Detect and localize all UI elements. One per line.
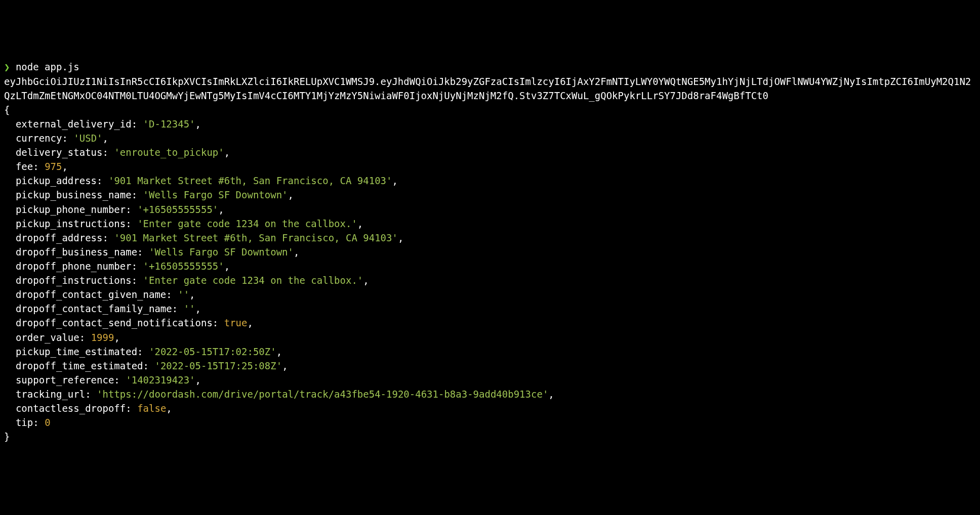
- comma: ,: [398, 232, 403, 243]
- comma: ,: [288, 189, 294, 200]
- comma: ,: [282, 360, 288, 371]
- object-key: support_reference: [16, 374, 114, 385]
- comma: ,: [218, 204, 224, 215]
- object-key: dropoff_business_name: [16, 246, 137, 258]
- comma: ,: [195, 303, 201, 314]
- colon: :: [132, 275, 137, 286]
- object-value: '+16505555555': [137, 204, 218, 215]
- object-value: 'Enter gate code 1234 on the callbox.': [137, 218, 357, 229]
- object-key: dropoff_contact_family_name: [16, 303, 172, 314]
- object-value: '': [178, 289, 189, 300]
- comma: ,: [195, 118, 201, 130]
- object-value: 'D-12345': [143, 118, 195, 130]
- object-value: 'enroute_to_pickup': [114, 147, 224, 158]
- colon: :: [62, 133, 67, 144]
- shell-command: node app.js: [16, 61, 79, 72]
- comma: ,: [248, 317, 253, 328]
- colon: :: [114, 374, 119, 385]
- colon: :: [102, 232, 108, 243]
- object-value: '': [184, 303, 195, 314]
- colon: :: [33, 417, 38, 428]
- comma: ,: [224, 147, 230, 158]
- object-value: 'USD': [73, 133, 102, 144]
- object-value: '901 Market Street #6th, San Francisco, …: [108, 175, 392, 186]
- comma: ,: [357, 218, 363, 229]
- object-key: dropoff_address: [16, 232, 103, 243]
- comma: ,: [189, 289, 195, 300]
- colon: :: [126, 204, 131, 215]
- object-value: '901 Market Street #6th, San Francisco, …: [114, 232, 398, 243]
- colon: :: [143, 360, 149, 371]
- object-value: 'https://doordash.com/drive/portal/track…: [97, 389, 548, 400]
- object-fields: external_delivery_id: 'D-12345', currenc…: [4, 117, 976, 430]
- comma: ,: [276, 346, 282, 357]
- object-key: tip: [16, 417, 33, 428]
- comma: ,: [363, 275, 369, 286]
- colon: :: [79, 332, 85, 343]
- object-key: currency: [16, 133, 62, 144]
- object-key: dropoff_time_estimated: [16, 360, 143, 371]
- object-value: 'Enter gate code 1234 on the callbox.': [143, 275, 363, 286]
- object-key: delivery_status: [16, 147, 103, 158]
- object-key: pickup_address: [16, 175, 97, 186]
- colon: :: [137, 246, 143, 258]
- comma: ,: [294, 246, 299, 258]
- colon: :: [166, 289, 172, 300]
- object-value: '1402319423': [126, 374, 195, 385]
- object-open-brace: {: [4, 104, 10, 115]
- object-value: false: [137, 403, 166, 414]
- object-key: contactless_dropoff: [16, 403, 126, 414]
- object-key: external_delivery_id: [16, 118, 132, 130]
- colon: :: [33, 161, 38, 172]
- comma: ,: [195, 374, 201, 385]
- object-value: '+16505555555': [143, 261, 224, 272]
- colon: :: [102, 147, 108, 158]
- comma: ,: [62, 161, 67, 172]
- object-key: pickup_phone_number: [16, 204, 126, 215]
- object-key: dropoff_contact_send_notifications: [16, 317, 213, 328]
- object-value: '2022-05-15T17:25:08Z': [154, 360, 282, 371]
- object-value: 0: [45, 417, 50, 428]
- object-key: dropoff_contact_given_name: [16, 289, 166, 300]
- object-key: pickup_time_estimated: [16, 346, 137, 357]
- object-key: dropoff_instructions: [16, 275, 132, 286]
- colon: :: [132, 118, 137, 130]
- object-value: 975: [45, 161, 62, 172]
- comma: ,: [224, 261, 230, 272]
- colon: :: [213, 317, 218, 328]
- prompt-symbol: ❯: [4, 61, 10, 72]
- colon: :: [126, 218, 131, 229]
- colon: :: [85, 389, 91, 400]
- colon: :: [137, 346, 143, 357]
- object-key: pickup_business_name: [16, 189, 132, 200]
- comma: ,: [114, 332, 119, 343]
- comma: ,: [392, 175, 397, 186]
- colon: :: [172, 303, 178, 314]
- comma: ,: [548, 389, 554, 400]
- colon: :: [132, 261, 137, 272]
- jwt-token-output: eyJhbGciOiJIUzI1NiIsInR5cCI6IkpXVCIsImRk…: [4, 76, 971, 101]
- comma: ,: [103, 133, 108, 144]
- object-key: order_value: [16, 332, 79, 343]
- colon: :: [97, 175, 102, 186]
- object-key: tracking_url: [16, 389, 85, 400]
- object-value: 'Wells Fargo SF Downtown': [149, 246, 294, 258]
- object-value: '2022-05-15T17:02:50Z': [149, 346, 276, 357]
- object-value: 'Wells Fargo SF Downtown': [143, 189, 288, 200]
- colon: :: [132, 189, 137, 200]
- object-value: 1999: [91, 332, 114, 343]
- terminal-output[interactable]: ❯ node app.js eyJhbGciOiJIUzI1NiIsInR5cC…: [4, 60, 976, 444]
- object-key: fee: [16, 161, 33, 172]
- object-key: dropoff_phone_number: [16, 261, 132, 272]
- object-key: pickup_instructions: [16, 218, 126, 229]
- object-close-brace: }: [4, 431, 10, 442]
- comma: ,: [166, 403, 172, 414]
- colon: :: [126, 403, 131, 414]
- object-value: true: [224, 317, 248, 328]
